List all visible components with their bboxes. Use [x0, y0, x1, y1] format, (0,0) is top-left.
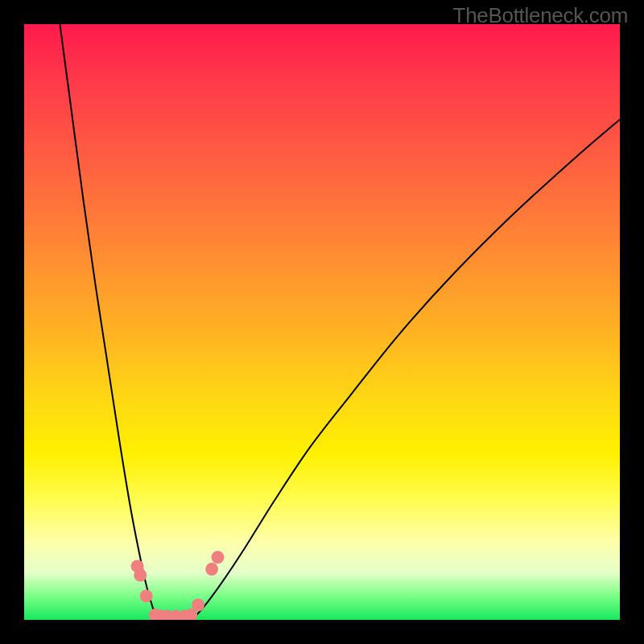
- data-marker: [212, 551, 225, 564]
- bottleneck-curve: [60, 24, 620, 620]
- data-marker: [134, 569, 147, 582]
- curve-markers: [131, 551, 225, 620]
- chart-frame: TheBottleneck.com: [0, 0, 644, 644]
- curve-right-branch: [185, 119, 620, 620]
- curve-layer: [24, 24, 620, 620]
- watermark-text: TheBottleneck.com: [453, 3, 628, 28]
- curve-left-branch: [60, 24, 167, 620]
- data-marker: [140, 589, 153, 602]
- data-marker: [205, 563, 218, 576]
- plot-area: [24, 24, 620, 620]
- data-marker: [192, 599, 204, 612]
